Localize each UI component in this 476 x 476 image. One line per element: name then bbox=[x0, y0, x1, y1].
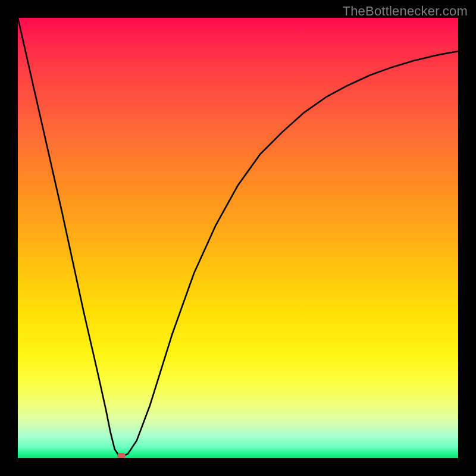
plot-area bbox=[18, 18, 458, 458]
watermark-text: TheBottlenecker.com bbox=[343, 4, 468, 19]
optimal-point-marker bbox=[117, 453, 126, 458]
chart-frame: TheBottlenecker.com bbox=[0, 0, 476, 476]
bottleneck-curve bbox=[18, 18, 458, 458]
